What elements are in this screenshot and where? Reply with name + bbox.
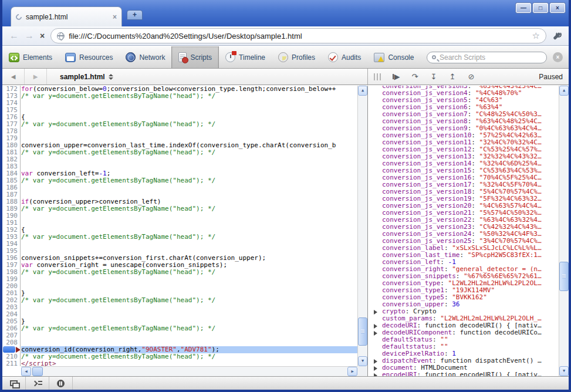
browser-tab[interactable]: sample1.html × <box>11 6 122 26</box>
scope-variable: defaultstatus: "" <box>368 343 559 350</box>
pause-on-exceptions-button[interactable] <box>49 377 73 390</box>
tab-timeline[interactable]: Timeline <box>219 46 272 68</box>
debugger-controls: ▶ ↷ ↧ ↥ ⊘ Paused <box>368 69 569 85</box>
stop-button[interactable]: × <box>40 31 45 40</box>
tab-profiles[interactable]: Profiles <box>272 46 322 68</box>
disclosure-triangle-icon[interactable] <box>374 310 377 315</box>
scope-variable: conversion_js_version21: "5%57%4C%50%32%… <box>368 209 559 217</box>
tab-audits[interactable]: Audits <box>322 46 367 68</box>
tab-resources[interactable]: Resources <box>59 46 119 68</box>
page-favicon-icon <box>15 12 23 21</box>
scroll-left-icon[interactable]: ◀ <box>21 367 31 376</box>
variable-value: "32%32%4C%43%32… <box>479 153 542 160</box>
disclosure-triangle-icon[interactable] <box>374 359 377 364</box>
code-line <box>21 100 357 107</box>
tab-console[interactable]: Console <box>367 46 420 68</box>
scope-variable[interactable]: encodeURI: function encodeURI() { [nativ… <box>368 371 559 376</box>
minimize-button[interactable]: — <box>516 3 531 13</box>
script-history-back-button[interactable]: ◀ <box>2 69 25 85</box>
scroll-up-icon[interactable]: ▲ <box>358 86 367 96</box>
resume-button[interactable]: ▶ <box>387 69 406 85</box>
tab-close-icon[interactable]: × <box>113 13 117 21</box>
address-bar[interactable]: ☆ <box>50 28 546 43</box>
variable-name: decodeURI <box>382 322 417 329</box>
scroll-up-icon[interactable]: ▲ <box>559 86 569 96</box>
scope-variable: conversion_upper: 36 <box>368 301 559 308</box>
search-scripts-input[interactable] <box>440 53 542 62</box>
code-horizontal-scrollbar[interactable]: ◀ ▶ <box>21 366 357 376</box>
scroll-down-icon[interactable]: ▼ <box>559 366 569 376</box>
code-line: /* var y=document.getElementsByTagName("… <box>21 177 357 184</box>
scope-variable[interactable]: document: HTMLDocument <box>368 364 559 371</box>
scope-vertical-scrollbar[interactable]: ▲ ▼ <box>559 86 569 376</box>
script-history-forward-button[interactable]: ▶ <box>25 69 47 85</box>
audits-icon <box>328 52 338 62</box>
close-button[interactable]: × <box>550 3 565 13</box>
tab-network[interactable]: Network <box>119 46 171 68</box>
new-tab-button[interactable]: + <box>127 10 143 20</box>
sidebar-resize-grip[interactable] <box>374 73 382 80</box>
scrollbar-thumb[interactable] <box>559 262 569 291</box>
code-line: /* var y=document.getElementsByTagName("… <box>21 269 357 276</box>
variable-value: "5%4C%70%57%4C%… <box>479 188 542 195</box>
code-vertical-scrollbar[interactable]: ▲ ▼ <box>357 86 367 366</box>
step-into-button[interactable]: ↧ <box>424 69 443 85</box>
scope-variable: conversion_js_version15: "C%53%63%4C%53%… <box>368 167 559 174</box>
tab-label: Profiles <box>292 53 315 62</box>
step-over-button[interactable]: ↷ <box>406 69 424 85</box>
tab-scripts[interactable]: Scripts <box>171 46 219 68</box>
maximize-button[interactable]: □ <box>533 3 548 13</box>
scope-variable[interactable]: decodeURI: function decodeURI() { [nativ… <box>368 322 559 329</box>
scrollbar-thumb[interactable] <box>32 367 43 376</box>
devtools-close-icon[interactable]: × <box>553 52 563 62</box>
tab-elements[interactable]: Elements <box>2 46 59 68</box>
disclosure-triangle-icon[interactable] <box>374 366 377 371</box>
variable-name: conversion_last_time <box>382 252 459 259</box>
disclosure-triangle-icon[interactable] <box>374 324 377 329</box>
bookmark-star-icon[interactable]: ☆ <box>532 31 540 41</box>
scope-variable: conversion_js_version4: "%4C%48%70%" <box>368 90 559 97</box>
variable-value: "L2WL2HL2mL2HLW%L2PL2OL… <box>448 280 542 287</box>
variable-name: conversion_js_version8 <box>382 118 468 125</box>
code-gutter[interactable]: 1721731741751761771781791801811821831841… <box>2 86 21 366</box>
scope-variable[interactable]: decodeURIComponent: function decodeURICo… <box>368 329 559 336</box>
code-line <box>21 219 357 227</box>
scope-variable[interactable]: dispatchEvent: function dispatchEvent() … <box>368 357 559 364</box>
variable-name: dispatchEvent <box>382 357 433 364</box>
variable-name: conversion_js_version14 <box>382 160 471 167</box>
scroll-down-icon[interactable]: ▼ <box>358 356 367 366</box>
search-box[interactable] <box>427 52 547 63</box>
step-out-button[interactable]: ↥ <box>443 69 462 85</box>
file-selector-arrows-icon <box>109 74 113 80</box>
scrollbar-thumb[interactable] <box>358 317 367 346</box>
variable-name: encodeURI <box>382 371 417 376</box>
deactivate-breakpoints-button[interactable]: ⊘ <box>462 69 481 85</box>
code-line <box>21 212 357 219</box>
disclosure-triangle-icon[interactable] <box>374 331 377 336</box>
separator: : <box>471 139 479 146</box>
file-navigation: ◀ ▶ sample1.html <box>2 69 368 85</box>
separator: : <box>471 238 479 245</box>
back-button[interactable]: ← <box>9 31 19 41</box>
separator: : <box>471 224 479 231</box>
code-line <box>21 311 357 318</box>
wrench-menu-icon[interactable] <box>552 31 562 40</box>
scroll-right-icon[interactable]: ▶ <box>347 367 357 376</box>
forward-button[interactable]: → <box>25 31 34 41</box>
separator: : <box>471 174 479 181</box>
dock-toggle-button[interactable] <box>2 377 26 390</box>
separator: : <box>468 90 475 97</box>
script-file-selector[interactable]: sample1.html <box>47 73 113 81</box>
code-line <box>21 276 357 283</box>
devtools-toolbar: Elements Resources Network Scripts Timel… <box>2 46 569 69</box>
scope-variable: defaultStatus: "" <box>368 336 559 343</box>
url-input[interactable] <box>69 32 528 40</box>
scope-variable: conversion_js_version17: "%32%4C%5F%70%4… <box>368 181 559 188</box>
line-number[interactable]: 211 <box>2 360 20 366</box>
variable-value: "%63%4C%43%25%4C… <box>475 86 542 90</box>
code-line: /* var y=document.getElementsByTagName("… <box>21 234 357 241</box>
scope-variable[interactable]: crypto: Crypto <box>368 308 559 315</box>
console-toggle-button[interactable] <box>26 377 49 390</box>
variable-name: conversion_js_version22 <box>382 217 471 224</box>
code-lines[interactable]: for(conversion_below=0;conversion_below<… <box>21 86 357 366</box>
